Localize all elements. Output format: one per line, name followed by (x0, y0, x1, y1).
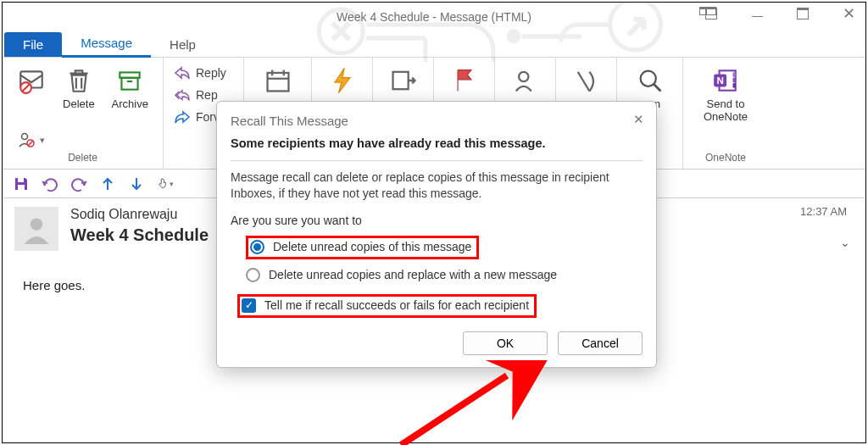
svg-line-31 (401, 375, 507, 445)
reply-all-icon (174, 87, 191, 103)
svg-point-11 (22, 134, 28, 140)
group-onenote-label: OneNote (705, 150, 746, 167)
junk-dropdown[interactable]: ▾ (16, 130, 47, 150)
recall-dialog: Recall This Message ✕ Some recipients ma… (216, 101, 657, 368)
window-title: Week 4 Schedule - Message (HTML) (337, 10, 531, 24)
read-aloud-button[interactable] (567, 63, 606, 98)
svg-rect-25 (732, 72, 735, 76)
svg-line-21 (654, 85, 660, 92)
reply-all-label: Rep (196, 88, 218, 102)
divider (231, 160, 643, 161)
svg-rect-18 (392, 72, 408, 89)
opt3-label: Tell me if recall succeeds or fails for … (264, 298, 529, 312)
checkbox-tell-me[interactable] (242, 298, 256, 313)
reply-icon (174, 65, 191, 81)
lightning-icon (328, 66, 357, 95)
window-layout-icon[interactable] (699, 4, 723, 23)
redo-icon[interactable] (70, 175, 87, 192)
forward-icon (174, 109, 191, 125)
svg-rect-14 (267, 73, 288, 92)
svg-text:N: N (716, 75, 723, 86)
flag-button[interactable] (445, 63, 484, 98)
person-block-icon (18, 132, 35, 147)
onenote-label: Send toOneNote (704, 98, 748, 124)
message-subject: Week 4 Schedule (70, 225, 209, 245)
move-icon (389, 66, 418, 95)
send-to-onenote-button[interactable]: N Send toOneNote (698, 63, 753, 127)
person-search-icon (511, 66, 540, 95)
highlight-box-1: Delete unread copies of this message (246, 236, 479, 259)
delete-button[interactable]: Delete (58, 63, 100, 114)
dialog-close-icon[interactable]: ✕ (629, 110, 648, 129)
down-arrow-icon[interactable] (128, 175, 145, 192)
svg-rect-29 (18, 185, 25, 190)
minimize-button[interactable] (745, 4, 769, 23)
opt2-label: Delete unread copies and replace with a … (269, 268, 557, 281)
opt1-label: Delete unread copies of this message (273, 240, 471, 253)
svg-rect-28 (18, 178, 24, 182)
find-button[interactable] (506, 63, 545, 98)
archive-button[interactable]: Archive (107, 63, 153, 114)
radio-delete-replace[interactable] (246, 268, 260, 282)
zoom-icon (636, 66, 665, 95)
archive-label: Archive (112, 98, 148, 111)
dialog-prompt: Are you sure you want to (231, 214, 643, 227)
radio-delete-unread[interactable] (250, 240, 264, 254)
ignore-button[interactable] (12, 63, 51, 98)
tab-help[interactable]: Help (151, 32, 214, 57)
up-arrow-icon[interactable] (99, 175, 116, 192)
calendar-icon (264, 66, 292, 95)
trash-icon (64, 66, 93, 95)
message-from: Sodiq Olanrewaju (70, 207, 209, 222)
read-aloud-icon (572, 66, 601, 95)
dialog-title: Recall This Message (231, 114, 643, 128)
calendar-button[interactable] (259, 63, 298, 98)
quick-action-button[interactable] (323, 63, 362, 98)
delete-label: Delete (63, 98, 95, 111)
touch-mode-icon[interactable]: ▾ (157, 175, 174, 192)
onenote-icon: N (711, 66, 740, 95)
save-icon[interactable] (13, 175, 30, 192)
title-bar: Week 4 Schedule - Message (HTML) ✕ (3, 3, 865, 31)
svg-point-19 (519, 72, 528, 81)
group-onenote: N Send toOneNote OneNote (683, 58, 768, 169)
ribbon-tabs: File Message Help (3, 31, 865, 58)
message-time: 12:37 AM (800, 205, 847, 218)
maximize-button[interactable] (791, 4, 815, 23)
tab-file[interactable]: File (4, 32, 62, 57)
group-delete: Delete Archive ▾ Delete (3, 58, 164, 169)
dialog-headline: Some recipients may have already read th… (231, 136, 643, 150)
svg-rect-9 (122, 78, 138, 90)
annotation-arrow (367, 360, 562, 445)
archive-icon (115, 66, 144, 95)
svg-point-20 (640, 71, 655, 86)
svg-rect-27 (732, 83, 735, 87)
cancel-button[interactable]: Cancel (558, 331, 643, 355)
svg-point-30 (31, 218, 42, 230)
highlight-box-2: Tell me if recall succeeds or fails for … (237, 294, 537, 318)
close-button[interactable]: ✕ (837, 4, 860, 23)
group-delete-label: Delete (68, 150, 97, 167)
tab-message[interactable]: Message (62, 31, 151, 58)
flag-icon (450, 66, 479, 95)
svg-rect-26 (732, 78, 735, 82)
move-button[interactable] (384, 63, 423, 98)
chevron-down-icon[interactable]: ⌄ (840, 236, 850, 249)
avatar (14, 207, 58, 251)
reply-button[interactable]: Reply (172, 63, 228, 83)
dialog-explain: Message recall can delete or replace cop… (231, 170, 643, 202)
undo-icon[interactable] (42, 175, 58, 192)
reply-label: Reply (196, 66, 226, 80)
ok-button[interactable]: OK (463, 331, 548, 355)
ignore-icon (17, 66, 46, 95)
